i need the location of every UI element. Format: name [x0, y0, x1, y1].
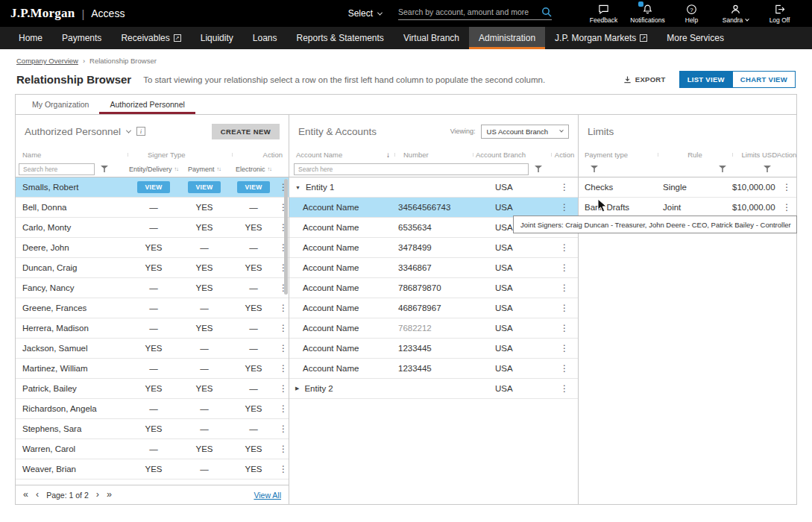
- prev-page-button[interactable]: ‹: [36, 490, 39, 500]
- nav-item-j-p-morgan-markets[interactable]: J.P. Morgan Markets↗: [545, 27, 657, 49]
- first-page-button[interactable]: «: [23, 490, 28, 500]
- expand-closed-icon[interactable]: ▶: [295, 386, 299, 392]
- col-header-account-name[interactable]: Account Name ↓: [289, 151, 394, 159]
- kebab-menu-icon[interactable]: ⋮: [279, 343, 288, 353]
- kebab-menu-icon[interactable]: ⋮: [560, 343, 569, 353]
- kebab-menu-icon[interactable]: ⋮: [279, 383, 288, 394]
- personnel-row[interactable]: Jackson, SamuelYES——⋮: [16, 339, 289, 359]
- kebab-menu-icon[interactable]: ⋮: [560, 383, 569, 394]
- global-search[interactable]: [398, 7, 552, 20]
- scrollbar[interactable]: [284, 179, 288, 295]
- col-header-limits-usd[interactable]: Limits USD: [732, 151, 777, 159]
- topbar-notifications-button[interactable]: Notifications: [626, 3, 670, 24]
- kebab-menu-icon[interactable]: ⋮: [782, 202, 791, 213]
- list-view-button[interactable]: LIST VIEW: [679, 71, 733, 88]
- nav-item-more-services[interactable]: More Services: [657, 27, 734, 49]
- col-header-rule[interactable]: Rule: [658, 151, 732, 159]
- kebab-menu-icon[interactable]: ⋮: [560, 283, 569, 293]
- view-button[interactable]: VIEW: [137, 181, 171, 193]
- kebab-menu-icon[interactable]: ⋮: [560, 182, 569, 192]
- col-header-electronic[interactable]: Electronic ↑↓: [229, 166, 278, 173]
- kebab-menu-icon[interactable]: ⋮: [560, 242, 569, 253]
- personnel-row[interactable]: Patrick, BaileyYESYES—⋮: [16, 379, 289, 399]
- kebab-menu-icon[interactable]: ⋮: [279, 323, 288, 333]
- expand-open-icon[interactable]: ▼: [295, 185, 300, 190]
- account-row[interactable]: Account Name1233445USA⋮: [289, 359, 578, 379]
- filter-icon[interactable]: [535, 166, 542, 172]
- col-header-entity-delivery[interactable]: Entity/Delivery ↑↓: [128, 166, 180, 173]
- nav-item-reports-statements[interactable]: Reports & Statements: [286, 27, 393, 49]
- viewing-select[interactable]: US Account Branch: [481, 125, 569, 139]
- kebab-menu-icon[interactable]: ⋮: [560, 303, 569, 313]
- col-header-payment-type[interactable]: Payment type: [579, 151, 658, 159]
- col-header-payment[interactable]: Payment ↑↓: [180, 166, 229, 173]
- account-row[interactable]: Account Name7682212USA⋮: [289, 318, 578, 339]
- account-row[interactable]: Account Name1233445USA⋮: [289, 339, 578, 359]
- personnel-row[interactable]: Greene, Frances——YES⋮: [16, 298, 289, 318]
- kebab-menu-icon[interactable]: ⋮: [782, 182, 791, 192]
- search-icon[interactable]: [541, 7, 552, 17]
- kebab-menu-icon[interactable]: ⋮: [279, 464, 288, 474]
- nav-item-virtual-branch[interactable]: Virtual Branch: [394, 27, 469, 49]
- info-icon[interactable]: [136, 127, 145, 136]
- personnel-search-input[interactable]: [19, 163, 95, 175]
- col-header-number[interactable]: Number: [394, 151, 473, 159]
- global-select[interactable]: Select: [348, 8, 382, 19]
- filter-icon[interactable]: [591, 166, 598, 172]
- nav-item-receivables[interactable]: Receivables↗: [111, 27, 190, 49]
- personnel-row[interactable]: Bell, Donna—YES—⋮: [16, 198, 289, 218]
- create-new-button[interactable]: CREATE NEW: [212, 124, 280, 139]
- personnel-row[interactable]: Fancy, Nancy—YES—⋮: [16, 278, 289, 298]
- limits-row[interactable]: ChecksSingle$10,000.00⋮: [579, 177, 796, 198]
- personnel-row[interactable]: Martinez, William——YES⋮: [16, 359, 289, 379]
- personnel-row[interactable]: Carlo, Monty—YESYES⋮: [16, 218, 289, 238]
- account-row[interactable]: Account Name786879870USA⋮: [289, 278, 578, 298]
- personnel-row[interactable]: Smalls, RobertVIEWVIEWVIEW⋮: [16, 177, 289, 198]
- kebab-menu-icon[interactable]: ⋮: [279, 303, 288, 313]
- personnel-row[interactable]: Herrera, Madison—YES—⋮: [16, 318, 289, 339]
- account-row[interactable]: Account Name34564566743USA⋮: [289, 198, 578, 218]
- nav-item-loans[interactable]: Loans: [243, 27, 287, 49]
- personnel-row[interactable]: Weaver, BrianYES—YES⋮: [16, 459, 289, 479]
- filter-icon[interactable]: [764, 166, 771, 172]
- next-page-button[interactable]: ›: [96, 490, 99, 500]
- topbar-user-button[interactable]: Sandra: [714, 3, 758, 24]
- chevron-down-icon[interactable]: [126, 128, 131, 133]
- global-search-input[interactable]: [398, 7, 541, 16]
- kebab-menu-icon[interactable]: ⋮: [560, 262, 569, 273]
- nav-item-administration[interactable]: Administration: [469, 27, 545, 49]
- topbar-logoff-button[interactable]: Log Off: [758, 3, 802, 24]
- tab-my-organization[interactable]: My Organization: [22, 95, 99, 114]
- kebab-menu-icon[interactable]: ⋮: [279, 424, 288, 434]
- personnel-row[interactable]: Duncan, CraigYESYESYES⋮: [16, 258, 289, 278]
- personnel-row[interactable]: Stephens, SaraYES——⋮: [16, 419, 289, 439]
- tab-authorized-personnel[interactable]: Authorized Personnel: [99, 95, 195, 114]
- nav-item-payments[interactable]: Payments: [52, 27, 111, 49]
- personnel-row[interactable]: Warren, Carol—YESYES⋮: [16, 439, 289, 459]
- account-row[interactable]: Account Name468678967USA⋮: [289, 298, 578, 318]
- col-header-account-branch[interactable]: Account Branch: [473, 151, 551, 159]
- kebab-menu-icon[interactable]: ⋮: [279, 363, 288, 374]
- topbar-help-button[interactable]: ?Help: [670, 3, 714, 24]
- filter-icon[interactable]: [719, 166, 726, 172]
- view-all-link[interactable]: View All: [254, 491, 281, 500]
- kebab-menu-icon[interactable]: ⋮: [279, 403, 288, 414]
- kebab-menu-icon[interactable]: ⋮: [279, 444, 288, 454]
- breadcrumb-parent-link[interactable]: Company Overview: [16, 57, 78, 65]
- account-row[interactable]: Account Name3346867USA⋮: [289, 258, 578, 278]
- col-header-name[interactable]: Name: [16, 151, 128, 159]
- limits-row[interactable]: Bank DraftsJoint$10,000.00⋮: [579, 198, 796, 218]
- kebab-menu-icon[interactable]: ⋮: [560, 323, 569, 333]
- nav-item-home[interactable]: Home: [9, 27, 52, 49]
- chart-view-button[interactable]: CHART VIEW: [732, 71, 796, 88]
- account-row[interactable]: Account Name3478499USA⋮: [289, 238, 578, 258]
- export-button[interactable]: EXPORT: [623, 75, 666, 84]
- last-page-button[interactable]: »: [107, 490, 112, 500]
- entity-row[interactable]: ▼Entity 1USA⋮: [289, 177, 578, 198]
- kebab-menu-icon[interactable]: ⋮: [560, 363, 569, 374]
- personnel-row[interactable]: Richardson, Angela——YES⋮: [16, 399, 289, 419]
- kebab-menu-icon[interactable]: ⋮: [560, 202, 569, 213]
- personnel-row[interactable]: Deere, JohnYES——⋮: [16, 238, 289, 258]
- entity-row[interactable]: ▶Entity 2USA⋮: [289, 379, 578, 399]
- filter-icon[interactable]: [101, 166, 108, 172]
